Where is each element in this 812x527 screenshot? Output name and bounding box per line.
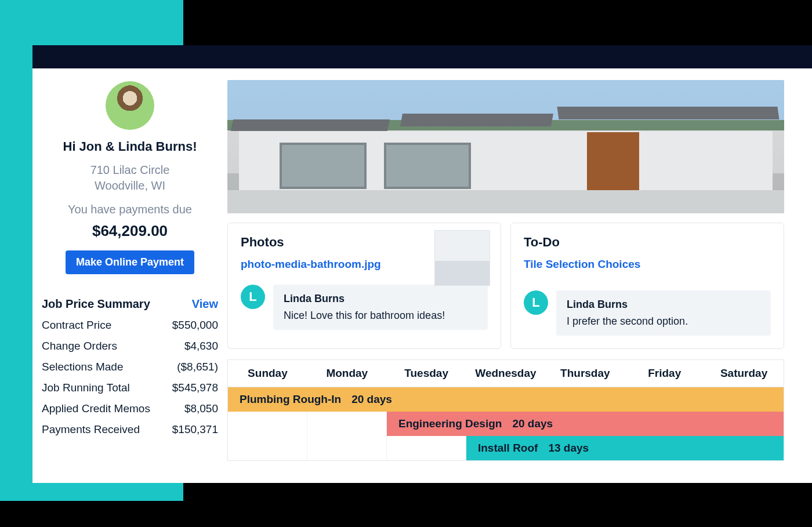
summary-row: Selections Made($8,651) — [42, 361, 218, 373]
photo-thumbnail[interactable] — [434, 230, 490, 286]
comment-text: Nice! Love this for bathroom ideas! — [284, 310, 477, 322]
sidebar: Hi Jon & Linda Burns! 710 Lilac Circle W… — [32, 68, 227, 483]
summary-row: Payments Received$150,371 — [42, 423, 218, 436]
gantt-header-row: SundayMondayTuesdayWednesdayThursdayFrid… — [227, 359, 784, 387]
summary-row-value: $8,050 — [184, 402, 218, 415]
summary-row-label: Contract Price — [42, 319, 111, 332]
app-top-bar — [32, 45, 812, 68]
cards-row: Photos photo-media-bathroom.jpg L Linda … — [227, 223, 784, 349]
gantt-day-header: Wednesday — [466, 360, 546, 387]
summary-row: Contract Price$550,000 — [42, 319, 218, 332]
main-content: Photos photo-media-bathroom.jpg L Linda … — [227, 68, 812, 483]
address-line-1: 710 Lilac Circle — [90, 162, 170, 178]
gantt-row: Engineering Design20 days — [228, 412, 784, 436]
summary-row-value: $4,630 — [184, 340, 218, 352]
summary-row-value: $550,000 — [172, 319, 218, 332]
todo-card: To-Do Tile Selection Choices L Linda Bur… — [510, 223, 784, 349]
summary-view-link[interactable]: View — [192, 297, 218, 311]
summary-row: Applied Credit Memos$8,050 — [42, 402, 218, 415]
address-line-2: Woodville, WI — [90, 178, 170, 194]
gantt-day-header: Thursday — [545, 360, 625, 387]
payments-due-amount: $64,209.00 — [92, 222, 168, 240]
gantt-bar-name: Plumbing Rough-In — [240, 393, 341, 406]
summary-title: Job Price Summary — [42, 297, 150, 311]
summary-row-label: Applied Credit Memos — [42, 402, 150, 415]
todo-comment-bubble: Linda Burns I prefer the second option. — [556, 290, 771, 336]
summary-row: Change Orders$4,630 — [42, 340, 218, 352]
todo-item-link[interactable]: Tile Selection Choices — [524, 258, 771, 271]
photos-card: Photos photo-media-bathroom.jpg L Linda … — [227, 223, 501, 349]
gantt-bar-duration: 20 days — [512, 417, 553, 430]
photos-comment-bubble: Linda Burns Nice! Love this for bathroom… — [273, 285, 488, 330]
summary-row-label: Payments Received — [42, 423, 140, 436]
gantt-bar-name: Engineering Design — [398, 417, 502, 430]
project-hero-image — [227, 80, 784, 213]
summary-row-label: Selections Made — [42, 361, 123, 373]
job-price-summary: Job Price Summary View Contract Price$55… — [42, 297, 218, 444]
app-body: Hi Jon & Linda Burns! 710 Lilac Circle W… — [32, 68, 812, 483]
gantt-bar[interactable]: Engineering Design20 days — [387, 412, 784, 436]
summary-row-value: ($8,651) — [177, 361, 218, 373]
commenter-name: Linda Burns — [567, 299, 760, 311]
app-window: Hi Jon & Linda Burns! 710 Lilac Circle W… — [32, 45, 812, 483]
todo-card-title: To-Do — [524, 235, 771, 250]
summary-row-value: $545,978 — [172, 381, 218, 394]
gantt-row: Install Roof13 days — [228, 436, 784, 460]
gantt-bar[interactable]: Plumbing Rough-In20 days — [228, 387, 784, 412]
address: 710 Lilac Circle Woodville, WI — [90, 162, 170, 194]
gantt-day-header: Tuesday — [387, 360, 466, 387]
gantt-day-header: Friday — [625, 360, 704, 387]
commenter-avatar-badge: L — [241, 285, 265, 309]
greeting-text: Hi Jon & Linda Burns! — [63, 139, 197, 154]
todo-comment: L Linda Burns I prefer the second option… — [524, 290, 771, 336]
gantt-rows: Plumbing Rough-In20 daysEngineering Desi… — [227, 387, 784, 461]
gantt-bar-duration: 20 days — [351, 393, 392, 406]
avatar — [106, 81, 154, 130]
summary-row-label: Change Orders — [42, 340, 117, 352]
gantt-bar-duration: 13 days — [548, 442, 589, 455]
gantt-bar[interactable]: Install Roof13 days — [466, 436, 784, 460]
summary-row-label: Job Running Total — [42, 381, 130, 394]
gantt-row: Plumbing Rough-In20 days — [228, 387, 784, 412]
make-online-payment-button[interactable]: Make Online Payment — [66, 250, 194, 274]
summary-row: Job Running Total$545,978 — [42, 381, 218, 394]
gantt-day-header: Saturday — [704, 360, 784, 387]
commenter-name: Linda Burns — [284, 293, 477, 305]
gantt-day-header: Monday — [307, 360, 387, 387]
summary-row-value: $150,371 — [172, 423, 218, 436]
commenter-avatar-badge: L — [524, 290, 548, 315]
payments-due-message: You have payments due — [68, 203, 192, 216]
schedule-gantt: SundayMondayTuesdayWednesdayThursdayFrid… — [227, 359, 784, 461]
gantt-bar-name: Install Roof — [478, 442, 538, 455]
photos-comment: L Linda Burns Nice! Love this for bathro… — [241, 285, 488, 330]
comment-text: I prefer the second option. — [567, 315, 760, 328]
gantt-day-header: Sunday — [228, 360, 307, 387]
